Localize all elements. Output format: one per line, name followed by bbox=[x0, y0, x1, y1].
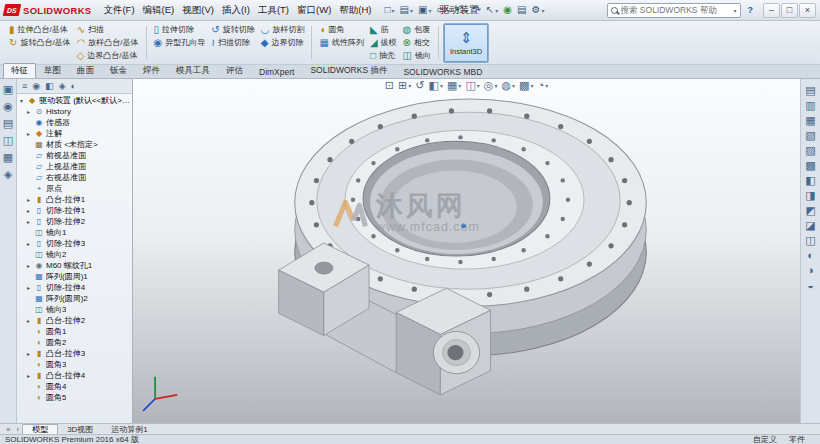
search-input[interactable] bbox=[621, 5, 733, 15]
ribbon-button-fillet[interactable]: ◖圆角 bbox=[316, 23, 366, 36]
previous-view-button[interactable]: ↺ bbox=[415, 80, 424, 91]
ribbon-button-intersect[interactable]: ⊗相交 bbox=[400, 36, 434, 49]
tab-SOLIDWORKS 插件[interactable]: SOLIDWORKS 插件 bbox=[302, 63, 395, 78]
edit-appearance-button[interactable]: ◍▾ bbox=[501, 80, 515, 91]
tree-item[interactable]: ◫镜向1 bbox=[17, 227, 132, 238]
ribbon-button-rib[interactable]: ◣筋 bbox=[367, 23, 400, 36]
menu-item[interactable]: 视图(V) bbox=[178, 2, 218, 19]
right-tool-7-icon[interactable]: ◧ bbox=[805, 175, 815, 186]
right-tool-9-icon[interactable]: ◩ bbox=[805, 205, 815, 216]
tree-item[interactable]: ▦材质 <未指定> bbox=[17, 139, 132, 150]
tree-item[interactable]: ◉传感器 bbox=[17, 117, 132, 128]
tree-item[interactable]: ◖圆角2 bbox=[17, 337, 132, 348]
collapse-arrow-icon[interactable]: ▾ bbox=[20, 97, 27, 104]
tab-评估[interactable]: 评估 bbox=[218, 63, 251, 78]
tab-曲面[interactable]: 曲面 bbox=[69, 63, 102, 78]
tree-item[interactable]: ▦阵列(圆周)2 bbox=[17, 293, 132, 304]
tab-模具工具[interactable]: 模具工具 bbox=[168, 63, 218, 78]
right-tool-14-icon[interactable]: ◒ bbox=[807, 280, 814, 291]
ribbon-button-instant3d[interactable]: ⇕Instant3D bbox=[443, 23, 489, 63]
expand-arrow-icon[interactable]: ▸ bbox=[27, 284, 34, 291]
right-tool-4-icon[interactable]: ▧ bbox=[805, 130, 815, 141]
dimxpertmanager-tab[interactable]: ◈ bbox=[59, 81, 66, 91]
tree-item[interactable]: ◖圆角3 bbox=[17, 359, 132, 370]
ribbon-button-revolve-cut[interactable]: ↺旋转切除 bbox=[208, 23, 257, 36]
tree-item[interactable]: ◖圆角4 bbox=[17, 381, 132, 392]
minimize-button[interactable]: – bbox=[763, 3, 780, 18]
menu-item[interactable]: 工具(T) bbox=[254, 2, 293, 19]
apply-scene-button[interactable]: ▩▾ bbox=[519, 80, 533, 91]
expand-arrow-icon[interactable]: ▸ bbox=[27, 317, 34, 324]
right-tool-5-icon[interactable]: ▨ bbox=[805, 145, 815, 156]
maximize-button[interactable]: □ bbox=[781, 3, 798, 18]
tab-焊件[interactable]: 焊件 bbox=[135, 63, 168, 78]
menu-item[interactable]: 窗口(W) bbox=[293, 2, 335, 19]
left-tool-3-icon[interactable]: ▤ bbox=[3, 118, 13, 129]
right-tool-1-icon[interactable]: ▤ bbox=[805, 85, 815, 96]
close-button[interactable]: × bbox=[799, 3, 816, 18]
tree-item[interactable]: ▸▮凸台-拉伸4 bbox=[17, 370, 132, 381]
doc-tab-3D视图[interactable]: 3D视图 bbox=[58, 424, 102, 434]
graphics-viewport[interactable]: ⊡⊞▾↺◧▾▦▾◫▾◎▾◍▾▩▾◔▾ bbox=[133, 79, 800, 423]
left-tool-6-icon[interactable]: ◈ bbox=[4, 169, 12, 180]
right-tool-8-icon[interactable]: ◨ bbox=[805, 190, 815, 201]
tree-item[interactable]: ▸▮凸台-拉伸2 bbox=[17, 315, 132, 326]
tree-item[interactable]: ▱上视基准面 bbox=[17, 161, 132, 172]
expand-arrow-icon[interactable]: ▸ bbox=[27, 196, 34, 203]
left-tool-5-icon[interactable]: ▦ bbox=[3, 152, 13, 163]
file-properties-button[interactable]: ▤ bbox=[515, 4, 528, 16]
select-button[interactable]: ↖▾ bbox=[484, 4, 500, 16]
rebuild-button[interactable]: ◉ bbox=[501, 4, 514, 16]
tab-钣金[interactable]: 钣金 bbox=[102, 63, 135, 78]
left-tool-1-icon[interactable]: ▣ bbox=[3, 84, 13, 95]
left-tool-4-icon[interactable]: ◫ bbox=[3, 135, 13, 146]
tree-item[interactable]: ▸▮凸台-拉伸3 bbox=[17, 348, 132, 359]
displaymanager-tab[interactable]: ◐ bbox=[71, 81, 76, 91]
ribbon-button-mirror[interactable]: ◫镜向 bbox=[400, 49, 434, 62]
tree-item[interactable]: ▱右视基准面 bbox=[17, 172, 132, 183]
zoom-fit-button[interactable]: ⊡ bbox=[385, 80, 394, 91]
tree-item[interactable]: ◫镜向2 bbox=[17, 249, 132, 260]
expand-arrow-icon[interactable]: ▸ bbox=[27, 130, 34, 137]
section-view-button[interactable]: ◧▾ bbox=[429, 80, 443, 91]
tree-item[interactable]: ▸▯切除-拉伸1 bbox=[17, 205, 132, 216]
open-document-button[interactable]: ▤▾ bbox=[398, 4, 415, 16]
hide-show-items-button[interactable]: ◎▾ bbox=[484, 80, 498, 91]
ribbon-button-loft[interactable]: ◠放样凸台/基体 bbox=[74, 36, 142, 49]
right-tool-12-icon[interactable]: ◐ bbox=[807, 250, 814, 261]
tree-item[interactable]: ▸◉M60 螺纹孔1 bbox=[17, 260, 132, 271]
tree-root-item[interactable]: ▾◆驱动装置 (默认<<默认>_显示状态 1>) bbox=[17, 95, 132, 106]
ribbon-button-revolve-boss[interactable]: ↻旋转凸台/基体 bbox=[6, 36, 74, 49]
tree-item[interactable]: ▸▯切除-拉伸4 bbox=[17, 282, 132, 293]
right-tool-13-icon[interactable]: ◑ bbox=[807, 265, 814, 276]
chevron-down-icon[interactable]: ▾ bbox=[733, 7, 736, 14]
featuremanager-tab[interactable]: ≡ bbox=[22, 81, 27, 91]
tab-草图[interactable]: 草图 bbox=[36, 63, 69, 78]
tab-nav-arrow-icon[interactable]: ‹ bbox=[13, 424, 22, 434]
configurationmanager-tab[interactable]: ◧ bbox=[45, 81, 54, 91]
display-style-button[interactable]: ◫▾ bbox=[465, 80, 479, 91]
tree-item[interactable]: ▸▮凸台-拉伸1 bbox=[17, 194, 132, 205]
menu-item[interactable]: 文件(F) bbox=[99, 2, 138, 19]
right-tool-3-icon[interactable]: ▦ bbox=[805, 115, 815, 126]
model-3d-view[interactable] bbox=[133, 79, 800, 423]
tree-item[interactable]: ◖圆角1 bbox=[17, 326, 132, 337]
expand-arrow-icon[interactable]: ▸ bbox=[27, 372, 34, 379]
expand-arrow-icon[interactable]: ▸ bbox=[27, 350, 34, 357]
tree-item[interactable]: ◫镜向3 bbox=[17, 304, 132, 315]
ribbon-button-extrude-boss[interactable]: ▮拉伸凸台/基体 bbox=[6, 23, 74, 36]
expand-arrow-icon[interactable]: ▸ bbox=[27, 218, 34, 225]
ribbon-button-boundary-boss[interactable]: ◇边界凸台/基体 bbox=[74, 49, 142, 62]
menu-item[interactable]: 帮助(H) bbox=[335, 2, 375, 19]
tab-nav-arrow-icon[interactable]: « bbox=[3, 424, 13, 434]
doc-tab-模型[interactable]: 模型 bbox=[22, 424, 58, 434]
expand-arrow-icon[interactable]: ▸ bbox=[27, 262, 34, 269]
view-orientation-button[interactable]: ▦▾ bbox=[447, 80, 461, 91]
right-tool-11-icon[interactable]: ◫ bbox=[805, 235, 815, 246]
tab-SOLIDWORKS MBD[interactable]: SOLIDWORKS MBD bbox=[395, 65, 490, 78]
help-button[interactable]: ? bbox=[744, 5, 758, 15]
save-document-button[interactable]: ▣▾ bbox=[416, 4, 433, 16]
ribbon-button-extrude-cut[interactable]: ▯拉伸切除 bbox=[151, 23, 209, 36]
new-document-button[interactable]: □▾ bbox=[383, 4, 397, 16]
tree-item[interactable]: ▱前视基准面 bbox=[17, 150, 132, 161]
